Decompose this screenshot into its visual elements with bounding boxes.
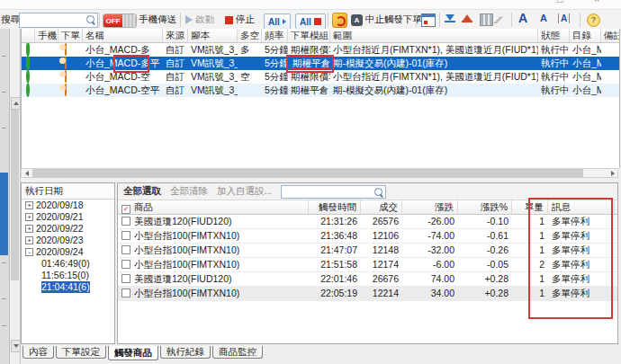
report-button[interactable] (480, 10, 493, 30)
row-checkbox[interactable] (122, 245, 130, 254)
row-checkbox[interactable] (122, 260, 130, 269)
side-cell (238, 57, 262, 70)
help-button[interactable]: ? (587, 10, 600, 30)
tree-item[interactable]: 01:46:49(0) (22, 258, 114, 270)
trigger-row[interactable]: 小型台指100(FIMTXN10)21:36:4812106-74.00-0.6… (118, 229, 617, 244)
scroll-right-button[interactable] (608, 169, 617, 177)
column-header[interactable]: 下單模組 (288, 29, 330, 42)
tree-expander-icon[interactable]: + (25, 236, 33, 244)
clear-all-link[interactable]: 全部清除 (170, 185, 208, 198)
column-header[interactable]: 漲跌% (458, 200, 512, 214)
column-header[interactable]: 頻率 (262, 29, 288, 42)
schedule-button[interactable] (421, 10, 436, 30)
name-cell: 小台_MACD-多 (83, 43, 163, 57)
order-toggle-icon[interactable] (65, 57, 67, 69)
strategy-row[interactable]: 小台_MACD-多自訂VM訊號_3_多多5分鐘期權限價單小型台指近月(FIMTX… (22, 43, 619, 57)
module-cell: 期權限價單 (288, 43, 330, 57)
header-checkbox[interactable]: ✓ (122, 205, 130, 214)
column-header[interactable]: 多空 (238, 29, 262, 42)
parent-vertical-scrollbar[interactable] (10, 29, 21, 364)
trigger-row[interactable]: 美國道瓊120(FIUD120)21:31:2626576-26.00-0.10… (118, 215, 617, 229)
column-header[interactable]: 訊息 (548, 200, 615, 214)
column-header[interactable]: 觸發時間 (309, 200, 361, 214)
app-logo-icon[interactable] (332, 10, 347, 30)
column-header[interactable]: 來源 (163, 29, 188, 42)
strategy-row[interactable]: 小台_MACD-多平自訂VM訊號_3_多5分鐘期權平倉期-模擬交易(內建)-01… (22, 57, 619, 70)
column-header[interactable]: 手機 (35, 29, 58, 42)
order-toggle-icon[interactable] (65, 43, 67, 56)
column-header[interactable]: 目錄 (570, 29, 601, 42)
column-header[interactable]: 腳本 (188, 29, 238, 42)
column-header[interactable]: 狀態 (538, 29, 570, 42)
column-header[interactable]: 成交 (361, 200, 402, 214)
row-checkbox[interactable] (122, 231, 130, 240)
column-header[interactable]: 範圍 (330, 29, 538, 42)
import-icon (445, 13, 455, 26)
phone-send-toggle[interactable]: OFF (103, 13, 137, 28)
row-checkbox[interactable] (122, 289, 130, 297)
export-button[interactable] (462, 10, 472, 30)
tree-item[interactable]: 11:56:15(0) (22, 270, 114, 281)
trigger-row[interactable]: 美國道瓊120(FIUD120)22:01:462667674.00+0.281… (118, 272, 617, 287)
tree-expander-icon[interactable]: + (25, 201, 33, 209)
trigger-row[interactable]: 小型台指100(FIMTXN10)21:51:5812174-6.00-0.05… (118, 258, 617, 272)
scroll-thumb[interactable] (11, 110, 19, 280)
trigger-row[interactable]: 小型台指100(FIMTXN10)22:05:191221434.00+0.28… (118, 287, 617, 301)
column-header[interactable] (22, 29, 35, 42)
order-toggle-icon[interactable] (65, 70, 67, 83)
status-dot-icon (26, 84, 30, 97)
product-cell: 美國道瓊120(FIUD120) (118, 215, 309, 228)
maximize-button[interactable]: □ (557, 0, 563, 4)
search-input[interactable] (19, 13, 98, 28)
stop-button[interactable]: 停止 (225, 10, 255, 30)
note-cell (601, 70, 620, 84)
tree-item[interactable]: 21:04:41(6) (22, 281, 114, 293)
scroll-left-button[interactable] (22, 169, 32, 177)
column-header[interactable]: 名稱 (83, 29, 163, 42)
column-header[interactable]: 備註 (601, 29, 620, 42)
font-size-large-button[interactable]: A (518, 10, 527, 26)
column-header[interactable]: 漲跌 (402, 200, 458, 214)
order-toggle-icon[interactable] (65, 84, 67, 96)
import-button[interactable] (445, 10, 455, 30)
trigger-row[interactable]: 小型台指100(FIMTXN10)21:47:0712148-32.00-0.2… (118, 244, 617, 258)
tree-item[interactable]: +2020/09/23 (22, 235, 114, 246)
side-cell (238, 84, 262, 97)
column-header[interactable]: 下單 (58, 29, 83, 42)
script-cell: VM訊號_3_空 (188, 84, 238, 97)
close-button[interactable]: × (594, 0, 599, 4)
horizontal-scrollbar[interactable] (21, 168, 618, 178)
source-cell: 自訂 (163, 84, 188, 97)
tree-item[interactable]: +2020/09/18 (22, 200, 114, 211)
select-all-link[interactable]: 全部選取 (123, 185, 161, 198)
start-button[interactable]: 啟動 (185, 10, 214, 30)
tab-4[interactable]: 執行紀錄 (160, 346, 211, 359)
tab-2[interactable]: 下單設定 (56, 346, 106, 359)
tree-item[interactable]: -2020/09/24 (22, 246, 114, 258)
add-watchlist-link[interactable]: 加入自選設... (217, 185, 272, 198)
tree-expander-icon[interactable]: - (25, 248, 33, 256)
tab-5[interactable]: 商品監控 (212, 346, 263, 359)
column-header[interactable]: ✓商品 (118, 200, 309, 214)
quick-edit-button[interactable]: ∕∕ (497, 10, 500, 30)
tree-item[interactable]: +2020/09/22 (22, 223, 114, 235)
scroll-down-button[interactable] (11, 340, 21, 352)
font-size-auto-button[interactable]: A (558, 10, 570, 26)
column-header[interactable]: 單量 (512, 200, 548, 214)
trigger-search-input[interactable] (281, 185, 386, 199)
font-size-medium-button[interactable]: A (540, 10, 547, 26)
strategy-row[interactable]: 小台_MACD-空自訂VM訊號_3_空空5分鐘期權限價單小型台指近月(FIMTX… (22, 70, 619, 84)
strategy-row[interactable]: 小台_MACD-空平自訂VM訊號_3_空5分鐘期權平倉期-模擬交易(內建)-01… (22, 84, 619, 97)
abort-trigger-button[interactable]: A 中止觸發下單 (351, 10, 422, 30)
parent-vertical-tab[interactable] (0, 173, 8, 255)
tab-1[interactable]: 內容 (22, 346, 54, 359)
tab-3[interactable]: 觸發商品 (108, 346, 158, 360)
scroll-up-button[interactable] (11, 97, 21, 110)
row-checkbox[interactable] (122, 217, 130, 226)
scroll-thumb[interactable] (32, 169, 583, 177)
tree-expander-icon[interactable]: + (25, 225, 33, 233)
all-stop-icon (314, 18, 321, 25)
tree-item[interactable]: +2020/09/21 (22, 211, 114, 223)
row-checkbox[interactable] (122, 274, 130, 283)
tree-expander-icon[interactable]: + (25, 213, 33, 221)
